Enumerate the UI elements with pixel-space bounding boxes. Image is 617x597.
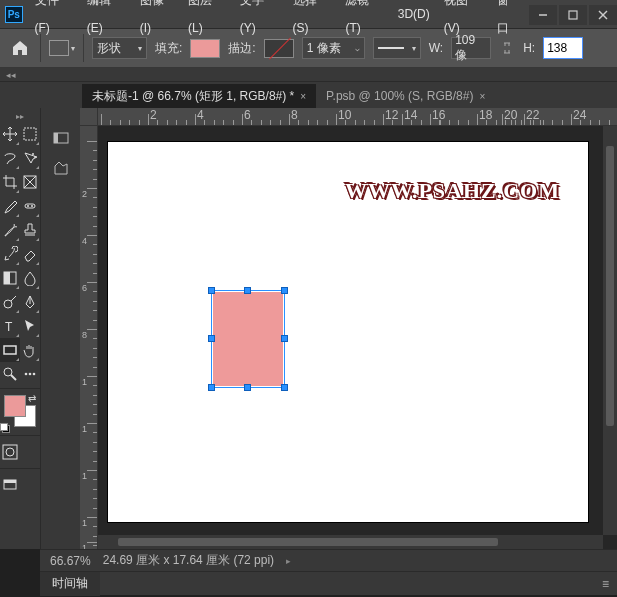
history-brush-tool[interactable] xyxy=(0,242,20,266)
default-colors-icon[interactable] xyxy=(0,423,10,433)
svg-rect-24 xyxy=(3,445,17,459)
vertical-scroll-thumb[interactable] xyxy=(606,146,614,426)
stroke-width-input[interactable]: 1 像素 ⌵ xyxy=(302,37,365,59)
menu-window[interactable]: 窗口 xyxy=(490,0,527,42)
foreground-color[interactable] xyxy=(4,395,26,417)
watermark-text: WWW.PSAHZ.COM xyxy=(345,178,560,204)
menu-file[interactable]: 文件(F) xyxy=(28,0,80,42)
stroke-color-swatch[interactable] xyxy=(264,39,294,58)
type-tool[interactable]: T xyxy=(0,314,20,338)
rectangle-tool[interactable] xyxy=(0,338,20,362)
hand-tool[interactable] xyxy=(20,338,40,362)
svg-rect-1 xyxy=(569,11,577,19)
quick-select-tool[interactable] xyxy=(20,146,40,170)
more-tools[interactable] xyxy=(20,362,40,386)
home-button[interactable] xyxy=(8,36,32,60)
close-icon[interactable]: × xyxy=(479,91,485,102)
menu-filter[interactable]: 滤镜(T) xyxy=(338,0,390,42)
svg-rect-14 xyxy=(4,272,10,284)
svg-point-15 xyxy=(4,300,12,308)
gradient-tool[interactable] xyxy=(0,266,20,290)
titlebar: Ps 文件(F) 编辑(E) 图像(I) 图层(L) 文字(Y) 选择(S) 滤… xyxy=(0,0,617,28)
svg-point-23 xyxy=(33,373,36,376)
eraser-tool[interactable] xyxy=(20,242,40,266)
path-select-tool[interactable] xyxy=(20,314,40,338)
close-button[interactable] xyxy=(589,5,617,25)
maximize-button[interactable] xyxy=(559,5,587,25)
timeline-tab[interactable]: 时间轴 xyxy=(40,572,100,596)
horizontal-scrollbar[interactable] xyxy=(98,535,603,549)
chevron-down-icon: ⌵ xyxy=(355,44,360,53)
close-icon[interactable]: × xyxy=(300,91,306,102)
menu-edit[interactable]: 编辑(E) xyxy=(80,0,133,42)
height-input[interactable]: 138 xyxy=(543,37,583,59)
pen-tool[interactable] xyxy=(20,290,40,314)
separator xyxy=(83,34,84,62)
blur-tool[interactable] xyxy=(20,266,40,290)
stroke-style-select[interactable]: ▾ xyxy=(373,37,421,59)
svg-point-12 xyxy=(31,205,33,207)
screen-mode-button[interactable] xyxy=(0,473,20,497)
artboard[interactable]: WWW.PSAHZ.COM xyxy=(108,142,588,522)
stamp-tool[interactable] xyxy=(20,218,40,242)
panel-icon-1[interactable] xyxy=(47,126,75,150)
tool-mode-select[interactable]: 形状 ▾ xyxy=(92,37,147,59)
quick-mask-button[interactable] xyxy=(0,440,20,464)
menu-layer[interactable]: 图层(L) xyxy=(181,0,233,42)
tab-label: 未标题-1 @ 66.7% (矩形 1, RGB/8#) * xyxy=(92,88,294,105)
svg-rect-27 xyxy=(4,480,16,483)
document-dimensions[interactable]: 24.69 厘米 x 17.64 厘米 (72 ppi) xyxy=(103,552,274,569)
horizontal-scroll-thumb[interactable] xyxy=(118,538,498,546)
swap-colors-icon[interactable]: ⇄ xyxy=(28,393,38,403)
menu-image[interactable]: 图像(I) xyxy=(133,0,181,42)
zoom-tool[interactable] xyxy=(0,362,20,386)
link-icon xyxy=(501,41,513,55)
menu-3d[interactable]: 3D(D) xyxy=(391,0,437,28)
shape-preview-dropdown[interactable]: ▾ xyxy=(49,40,75,56)
canvas-area: 24681012141618202224 246811111 WWW.PSAHZ… xyxy=(80,108,617,549)
document-tab-2[interactable]: P.psb @ 100% (S, RGB/8#) × xyxy=(316,84,495,108)
window-controls xyxy=(527,3,617,25)
height-label: H: xyxy=(523,41,535,55)
menu-type[interactable]: 文字(Y) xyxy=(233,0,286,42)
vertical-scrollbar[interactable] xyxy=(603,126,617,535)
svg-line-16 xyxy=(11,296,16,301)
zoom-value[interactable]: 66.67% xyxy=(50,554,91,568)
brush-tool[interactable] xyxy=(0,218,20,242)
move-tool[interactable] xyxy=(0,122,20,146)
dodge-tool[interactable] xyxy=(0,290,20,314)
fill-color-swatch[interactable] xyxy=(190,39,220,58)
ruler-vertical[interactable]: 246811111 xyxy=(80,126,98,549)
healing-tool[interactable] xyxy=(20,194,40,218)
ruler-horizontal[interactable]: 24681012141618202224 xyxy=(98,108,617,126)
width-label: W: xyxy=(429,41,443,55)
ruler-corner[interactable] xyxy=(80,108,98,126)
link-wh-button[interactable] xyxy=(499,40,515,56)
svg-rect-10 xyxy=(25,204,35,208)
marquee-tool[interactable] xyxy=(20,122,40,146)
svg-line-20 xyxy=(11,375,16,380)
panel-menu-icon[interactable]: ≡ xyxy=(602,577,609,591)
ruler-top-row: 24681012141618202224 xyxy=(80,108,617,126)
rectangle-shape[interactable] xyxy=(213,292,283,386)
frame-tool[interactable] xyxy=(20,170,40,194)
svg-point-22 xyxy=(29,373,32,376)
chevron-right-icon[interactable]: ▸ xyxy=(286,556,291,566)
width-input[interactable]: 109 像 xyxy=(451,37,491,59)
viewport[interactable]: WWW.PSAHZ.COM xyxy=(98,126,617,549)
panel-collapse-strip[interactable]: ◂◂ xyxy=(0,68,617,82)
svg-point-11 xyxy=(27,205,29,207)
document-tab-1[interactable]: 未标题-1 @ 66.7% (矩形 1, RGB/8#) * × xyxy=(82,84,316,108)
tools-grip[interactable]: ▸▸ xyxy=(0,110,40,122)
crop-tool[interactable] xyxy=(0,170,20,194)
panel-icon-2[interactable] xyxy=(47,156,75,180)
status-bar: 66.67% 24.69 厘米 x 17.64 厘米 (72 ppi) ▸ xyxy=(40,549,617,571)
quick-mask-row xyxy=(0,440,40,466)
color-swatches: ⇄ xyxy=(0,393,40,433)
menu-select[interactable]: 选择(S) xyxy=(286,0,339,42)
minimize-button[interactable] xyxy=(529,5,557,25)
fill-label: 填充: xyxy=(155,40,182,57)
lasso-tool[interactable] xyxy=(0,146,20,170)
chevron-down-icon: ▾ xyxy=(138,44,142,53)
eyedropper-tool[interactable] xyxy=(0,194,20,218)
